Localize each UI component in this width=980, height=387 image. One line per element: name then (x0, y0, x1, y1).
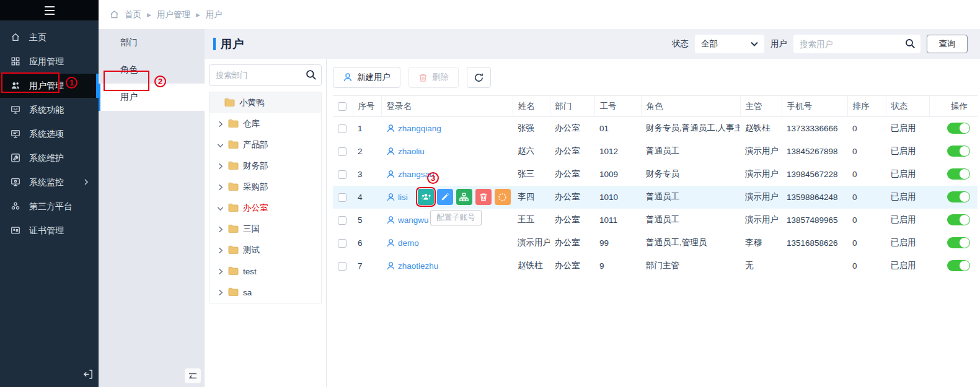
sidebar-item-系统选项[interactable]: 系统选项 (0, 122, 99, 146)
cell-actions (929, 140, 978, 163)
sidebar-toggle[interactable] (0, 0, 99, 20)
enable-toggle[interactable] (947, 237, 970, 248)
login-name: zhangqiang (398, 124, 441, 133)
chevron-right-icon[interactable] (217, 247, 227, 254)
row-checkbox[interactable] (338, 262, 347, 271)
row-checkbox[interactable] (338, 193, 347, 202)
edit-button[interactable] (437, 189, 453, 205)
enable-toggle[interactable] (947, 168, 970, 180)
enable-toggle[interactable] (947, 214, 970, 225)
department-search-input[interactable] (210, 65, 321, 85)
table-row-zhaotiezhu: 7zhaotiezhu赵铁柱办公室9部门主管无0已启用 (333, 254, 978, 277)
sidebar-item-系统监控[interactable]: 系统监控 (0, 170, 99, 194)
app-root: 首页 ▶ 用户管理 ▶ 用户 主页 应用管理 用户管理 系统功能 系统选项 系统… (0, 0, 980, 387)
sidebar-item-系统维护[interactable]: 系统维护 (0, 146, 99, 170)
row-select-cell (333, 186, 353, 209)
tree-node-仓库[interactable]: 仓库 (210, 113, 321, 134)
collapse-submenu-icon[interactable] (185, 368, 201, 383)
breadcrumb-home[interactable]: 首页 (125, 9, 141, 20)
login-link[interactable]: zhaoliu (386, 147, 425, 156)
chevron-right-icon[interactable] (217, 184, 227, 191)
search-icon[interactable] (905, 38, 916, 49)
enable-toggle[interactable] (947, 123, 970, 134)
certificate-icon (11, 225, 21, 236)
row-checkbox[interactable] (338, 170, 347, 179)
submenu-item-用户[interactable]: 用户 (99, 84, 205, 111)
tree-node-测试[interactable]: 测试 (210, 240, 321, 261)
tree-node-产品部[interactable]: 产品部 (210, 134, 321, 155)
sidebar-item-label: 系统维护 (29, 153, 64, 164)
breadcrumb-user[interactable]: 用户 (206, 9, 223, 20)
cell-roles: 普通员工 (641, 209, 740, 232)
delete-label: 删除 (432, 72, 449, 83)
cell-roles: 普通员工 (641, 140, 740, 163)
chevron-right-icon[interactable] (217, 121, 227, 128)
collapse-sidebar-icon[interactable] (83, 369, 94, 382)
person-icon (386, 124, 395, 133)
tree-node-test[interactable]: test (210, 261, 321, 282)
row-checkbox[interactable] (338, 239, 347, 248)
tree-node-小黄鸭[interactable]: 小黄鸭 (210, 92, 321, 113)
enable-toggle[interactable] (947, 260, 970, 271)
row-checkbox[interactable] (338, 124, 347, 133)
submenu-item-角色[interactable]: 角色 (99, 56, 205, 84)
enable-toggle[interactable] (947, 146, 970, 157)
tree-node-财务部[interactable]: 财务部 (210, 155, 321, 176)
delete-button[interactable]: 删除 (408, 67, 459, 88)
breadcrumb-separator: ▶ (147, 12, 151, 18)
sidebar-item-应用管理[interactable]: 应用管理 (0, 50, 99, 74)
sidebar-item-第三方平台[interactable]: 第三方平台 (0, 194, 99, 219)
select-all-checkbox[interactable] (338, 102, 347, 111)
cell-empno: 01 (594, 117, 641, 140)
status-select[interactable]: 全部 (695, 35, 764, 53)
chevron-down-icon[interactable] (217, 205, 227, 212)
chevron-right-icon[interactable] (217, 289, 227, 296)
cell-status: 已启用 (886, 209, 929, 232)
chevron-right-icon[interactable] (217, 226, 227, 233)
breadcrumb-user-mgmt[interactable]: 用户管理 (157, 9, 190, 20)
trash-icon (418, 73, 428, 82)
cell-status: 已启用 (886, 117, 929, 140)
enable-toggle[interactable] (947, 191, 970, 202)
chevron-down-icon[interactable] (217, 142, 227, 149)
delete-button[interactable] (475, 189, 492, 205)
login-link[interactable]: wangwu (386, 215, 429, 225)
cell-roles: 普通员工 (641, 186, 740, 209)
chevron-right-icon[interactable] (217, 268, 227, 275)
tree-node-sa[interactable]: sa (210, 282, 321, 303)
sidebar-item-系统功能[interactable]: 系统功能 (0, 98, 99, 122)
sidebar-item-用户管理[interactable]: 用户管理 (0, 74, 99, 98)
tree-node-办公室[interactable]: 办公室 (210, 198, 321, 219)
department-tree: 小黄鸭仓库产品部财务部采购部办公室三国测试testsa (209, 92, 322, 303)
row-select-cell (333, 232, 353, 254)
login-link[interactable]: lisi (386, 193, 408, 202)
home-icon (110, 10, 119, 19)
cell-login: zhangsan (381, 163, 513, 186)
row-checkbox[interactable] (338, 147, 347, 156)
org-chart-button[interactable] (456, 189, 472, 205)
search-icon[interactable] (306, 69, 317, 80)
tree-node-label: test (243, 267, 257, 276)
row-checkbox[interactable] (338, 216, 347, 225)
tree-node-三国[interactable]: 三国 (210, 219, 321, 240)
chevron-right-icon[interactable] (217, 163, 227, 170)
cell-manager: 演示用户 (740, 163, 782, 186)
assign-button[interactable] (495, 189, 511, 205)
submenu-item-部门[interactable]: 部门 (99, 29, 205, 56)
user-search-input[interactable] (793, 35, 920, 53)
new-user-button[interactable]: 新建用户 (333, 67, 400, 88)
sub-account-button[interactable] (418, 189, 434, 205)
refresh-button[interactable] (467, 67, 491, 88)
login-link[interactable]: zhaotiezhu (386, 261, 438, 271)
cell-seq: 5 (353, 209, 381, 232)
login-link[interactable]: zhangsan (386, 170, 435, 179)
cell-sort: 0 (847, 163, 886, 186)
login-link[interactable]: zhangqiang (386, 124, 441, 133)
query-button[interactable]: 查询 (927, 35, 968, 53)
login-link[interactable]: demo (386, 238, 419, 248)
sidebar-item-label: 系统选项 (29, 129, 64, 140)
sidebar-item-证书管理[interactable]: 证书管理 (0, 219, 99, 243)
sidebar-item-主页[interactable]: 主页 (0, 25, 99, 50)
tree-node-采购部[interactable]: 采购部 (210, 176, 321, 198)
column-header-登录名: 登录名 (381, 96, 513, 117)
